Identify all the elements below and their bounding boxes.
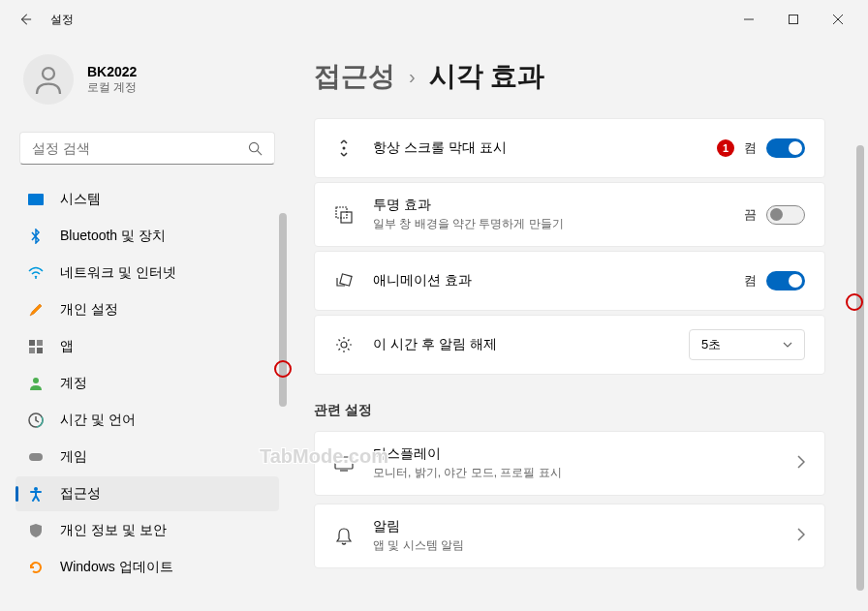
nav-item-personalize[interactable]: 개인 설정 <box>16 292 279 327</box>
update-icon <box>27 559 45 576</box>
svg-point-4 <box>43 68 54 79</box>
search-input[interactable] <box>32 140 248 156</box>
toggle-state-label: 끔 <box>744 206 757 224</box>
titlebar: 설정 <box>0 0 868 39</box>
setting-title: 항상 스크롤 막대 표시 <box>373 139 698 157</box>
svg-line-27 <box>339 340 341 342</box>
nav-label: 접근성 <box>60 485 101 503</box>
nav-item-accounts[interactable]: 계정 <box>16 366 279 401</box>
arrow-left-icon <box>18 13 32 26</box>
link-title: 디스플레이 <box>373 445 778 463</box>
svg-point-8 <box>35 277 37 279</box>
related-settings-header: 관련 설정 <box>314 402 825 419</box>
nav-item-accessibility[interactable]: 접근성 <box>16 476 279 511</box>
svg-rect-16 <box>29 453 43 461</box>
annotation-circle <box>846 293 863 311</box>
brightness-icon <box>334 335 354 354</box>
nav-item-network[interactable]: 네트워크 및 인터넷 <box>16 256 279 290</box>
sidebar-scrollbar[interactable] <box>279 213 287 601</box>
svg-rect-1 <box>790 15 798 24</box>
svg-rect-12 <box>37 348 43 353</box>
settings-list: 항상 스크롤 막대 표시 1 켬 투명 효과 일부 창 배경을 약간 투명하게 … <box>314 118 845 572</box>
transparency-icon <box>334 205 354 225</box>
dropdown-value: 5초 <box>701 336 721 353</box>
accessibility-icon <box>27 485 45 503</box>
nav-label: Windows 업데이트 <box>60 559 173 576</box>
gaming-icon <box>27 448 45 466</box>
svg-point-17 <box>34 487 38 491</box>
nav-item-update[interactable]: Windows 업데이트 <box>16 550 279 585</box>
nav-item-system[interactable]: 시스템 <box>16 182 279 217</box>
setting-title: 투명 효과 <box>373 197 725 214</box>
nav-item-privacy[interactable]: 개인 정보 및 보안 <box>16 513 279 548</box>
account-type: 로컬 계정 <box>87 79 137 96</box>
dropdown-dismiss-time[interactable]: 5초 <box>689 329 805 360</box>
link-desc: 모니터, 밝기, 야간 모드, 프로필 표시 <box>373 465 778 481</box>
bell-icon <box>334 527 354 546</box>
svg-rect-31 <box>335 457 353 469</box>
svg-line-6 <box>257 150 262 155</box>
nav-item-gaming[interactable]: 게임 <box>16 440 279 474</box>
user-section[interactable]: BK2022 로컬 계정 <box>16 39 279 124</box>
wifi-icon <box>27 264 45 282</box>
svg-rect-10 <box>37 340 43 346</box>
person-icon <box>31 62 66 97</box>
breadcrumb-parent[interactable]: 접근성 <box>314 58 395 95</box>
nav-label: 게임 <box>60 448 87 466</box>
setting-desc: 일부 창 배경을 약간 투명하게 만들기 <box>373 216 725 232</box>
link-display[interactable]: 디스플레이 모니터, 밝기, 야간 모드, 프로필 표시 <box>314 431 825 496</box>
setting-scrollbars: 항상 스크롤 막대 표시 1 켬 <box>314 118 825 178</box>
chevron-down-icon <box>783 342 792 348</box>
setting-transparency: 투명 효과 일부 창 배경을 약간 투명하게 만들기 끔 <box>314 182 825 247</box>
scrollbar-thumb[interactable] <box>279 213 287 407</box>
animation-icon <box>334 271 354 290</box>
nav-label: Bluetooth 및 장치 <box>60 228 166 245</box>
minimize-icon <box>744 15 754 24</box>
content-scrollbar[interactable] <box>856 145 864 601</box>
annotation-circle <box>274 360 292 378</box>
maximize-button[interactable] <box>771 4 816 35</box>
bluetooth-icon <box>27 228 45 245</box>
window-controls <box>727 4 860 35</box>
svg-point-22 <box>341 342 347 348</box>
svg-point-13 <box>33 378 39 383</box>
close-button[interactable] <box>816 4 860 35</box>
nav-label: 시간 및 언어 <box>60 412 136 429</box>
chevron-right-icon: › <box>409 66 416 88</box>
link-title: 알림 <box>373 518 778 535</box>
setting-title: 이 시간 후 알림 해제 <box>373 336 669 353</box>
back-button[interactable] <box>8 2 43 37</box>
close-icon <box>833 15 843 24</box>
paintbrush-icon <box>27 301 45 319</box>
toggle-animations[interactable] <box>766 271 805 290</box>
svg-rect-9 <box>29 340 35 346</box>
page-title: 시각 효과 <box>429 58 545 95</box>
user-name: BK2022 <box>87 64 137 79</box>
setting-dismiss-notifications: 이 시간 후 알림 해제 5초 <box>314 315 825 375</box>
app-title: 설정 <box>50 12 74 28</box>
nav-label: 개인 정보 및 보안 <box>60 522 167 539</box>
minimize-button[interactable] <box>727 4 771 35</box>
apps-icon <box>27 338 45 355</box>
annotation-badge: 1 <box>717 139 734 157</box>
nav-item-time[interactable]: 시간 및 언어 <box>16 403 279 438</box>
toggle-scrollbars[interactable] <box>766 138 805 158</box>
setting-title: 애니메이션 효과 <box>373 272 725 290</box>
system-icon <box>27 191 45 208</box>
svg-line-30 <box>348 340 350 342</box>
toggle-transparency[interactable] <box>766 205 805 225</box>
nav-label: 계정 <box>60 375 87 392</box>
svg-rect-21 <box>340 274 352 286</box>
nav-label: 앱 <box>60 338 74 355</box>
breadcrumb: 접근성 › 시각 효과 <box>314 58 845 95</box>
nav-item-bluetooth[interactable]: Bluetooth 및 장치 <box>16 219 279 254</box>
setting-animations: 애니메이션 효과 켬 <box>314 251 825 311</box>
search-icon <box>248 141 263 156</box>
search-box[interactable] <box>19 132 275 165</box>
nav-label: 네트워크 및 인터넷 <box>60 264 176 282</box>
nav-item-apps[interactable]: 앱 <box>16 329 279 364</box>
scrollbar-thumb[interactable] <box>856 145 864 591</box>
nav-label: 개인 설정 <box>60 301 118 319</box>
link-notifications[interactable]: 알림 앱 및 시스템 알림 <box>314 504 825 568</box>
chevron-right-icon <box>797 528 805 545</box>
